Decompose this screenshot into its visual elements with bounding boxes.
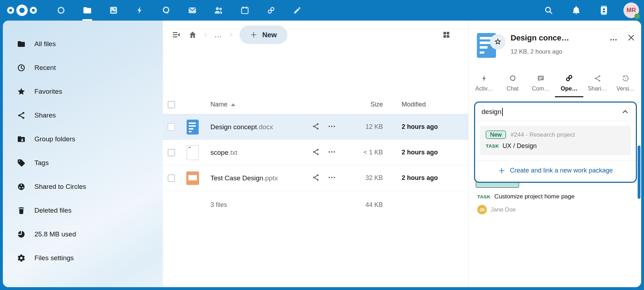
nextcloud-logo-icon[interactable] xyxy=(5,4,39,16)
sidebar-item-label: Recent xyxy=(34,64,56,72)
top-bar: MR xyxy=(0,0,644,21)
openproject-icon xyxy=(565,74,573,82)
files-main: … New Name xyxy=(163,21,468,287)
home-icon[interactable] xyxy=(185,27,200,43)
actions-menu-icon[interactable] xyxy=(327,148,336,156)
favorite-star-icon[interactable] xyxy=(490,34,506,50)
grid-view-icon[interactable] xyxy=(439,27,454,43)
online-status-icon xyxy=(634,13,640,19)
sort-ascending-icon xyxy=(231,103,235,106)
sidebar-item-recent[interactable]: Recent xyxy=(3,57,163,79)
app-calendar-icon[interactable] xyxy=(237,0,253,21)
actions-menu-icon[interactable] xyxy=(327,122,336,131)
linked-work-package[interactable]: TASK Customize project home page xyxy=(477,193,641,200)
tab-openproject[interactable]: Ope… xyxy=(555,74,583,97)
tab-sharing[interactable]: Shari… xyxy=(583,74,612,97)
status-badge: New xyxy=(486,131,506,139)
details-panel: Design conce… 12 KB, 2 hours ago Activ… xyxy=(468,21,641,287)
talk-icon xyxy=(509,74,517,82)
file-size: 32 KB xyxy=(351,174,389,182)
row-checkbox[interactable] xyxy=(168,149,175,156)
create-work-package-link[interactable]: Create and link a new work package xyxy=(475,160,636,182)
app-dashboard-icon[interactable] xyxy=(53,0,69,21)
select-all-checkbox[interactable] xyxy=(168,101,175,108)
sidebar-item-shared-to-circles[interactable]: Shared to Circles xyxy=(3,176,163,198)
panel-tabs: Activ… Chat Com… Ope… Shari… xyxy=(469,74,641,97)
app-photos-icon[interactable] xyxy=(106,0,121,21)
work-package-search-input[interactable]: design xyxy=(475,103,636,121)
breadcrumb-ellipsis[interactable]: … xyxy=(210,27,226,43)
chevron-up-icon[interactable] xyxy=(621,108,629,116)
file-name: Design concept.docx xyxy=(210,123,273,131)
file-size: < 1 KB xyxy=(351,149,389,156)
close-icon[interactable] xyxy=(627,33,635,42)
create-link-label: Create and link a new work package xyxy=(510,167,613,174)
sidebar-item-quota[interactable]: 25.8 MB used xyxy=(3,223,163,245)
search-input-value: design xyxy=(481,108,501,116)
sidebar-item-favorites[interactable]: Favorites xyxy=(3,81,163,103)
app-content: All files Recent Favorites Shares Group … xyxy=(3,21,641,287)
app-activity-icon[interactable] xyxy=(132,0,148,21)
new-button[interactable]: New xyxy=(240,26,287,44)
app-openproject-icon[interactable] xyxy=(263,0,279,21)
file-modified: 2 hours ago xyxy=(389,174,468,182)
share-icon[interactable] xyxy=(312,174,320,181)
file-modified: 2 hours ago xyxy=(389,123,468,131)
app-files-icon[interactable] xyxy=(79,0,95,21)
tab-activity[interactable]: Activ… xyxy=(470,74,499,97)
row-checkbox[interactable] xyxy=(168,175,175,182)
settings-gear-icon xyxy=(17,254,26,262)
table-row-scope[interactable]: scope.txt < 1 KB 2 hours ago xyxy=(163,140,468,165)
txt-file-icon xyxy=(186,145,199,160)
sidebar-item-deleted-files[interactable]: Deleted files xyxy=(3,199,163,221)
table-row-test-case-design[interactable]: Test Case Design.pptx 32 KB 2 hours ago xyxy=(163,165,468,191)
actions-menu-icon[interactable] xyxy=(327,173,336,182)
assignee-name: Jane Doe xyxy=(491,206,516,213)
work-package-suggestion[interactable]: New #244 - Research project TASK UX / De… xyxy=(480,126,631,155)
circles-icon xyxy=(17,182,26,191)
sidebar-item-all-files[interactable]: All files xyxy=(3,33,163,55)
table-row-design-concept[interactable]: Design concept.docx 12 KB 2 hours ago xyxy=(163,114,468,140)
trash-icon xyxy=(17,206,26,215)
collapse-sidebar-icon[interactable] xyxy=(169,27,184,43)
sidebar-item-tags[interactable]: Tags xyxy=(3,152,163,174)
row-checkbox[interactable] xyxy=(168,124,175,131)
nextcloud-app: MR All files Recent Favorites Shares xyxy=(0,0,644,21)
search-icon[interactable] xyxy=(540,0,557,21)
work-package-id: #244 - Research project xyxy=(511,131,575,138)
notifications-bell-icon[interactable] xyxy=(568,0,584,21)
contacts-menu-icon[interactable] xyxy=(596,0,612,21)
panel-title: Design conce… xyxy=(511,33,609,43)
new-button-label: New xyxy=(262,31,277,39)
panel-scrollbar[interactable] xyxy=(638,146,640,199)
sidebar-item-label: Shared to Circles xyxy=(34,183,86,191)
top-right-menu: MR xyxy=(540,0,644,21)
group-folder-icon xyxy=(17,135,26,143)
column-header-name[interactable]: Name xyxy=(210,101,227,108)
app-menu xyxy=(53,0,305,21)
app-mail-icon[interactable] xyxy=(185,0,200,21)
tab-comments[interactable]: Com… xyxy=(527,74,555,97)
comments-icon xyxy=(537,74,545,82)
app-notes-icon[interactable] xyxy=(290,0,305,21)
app-contacts-icon[interactable] xyxy=(211,0,226,21)
user-avatar[interactable]: MR xyxy=(623,2,639,18)
chevron-right-icon xyxy=(227,31,235,38)
tab-versions[interactable]: Versi… xyxy=(611,74,640,97)
tab-chat[interactable]: Chat xyxy=(499,74,527,97)
share-icon[interactable] xyxy=(312,122,320,130)
sidebar-item-label: 25.8 MB used xyxy=(34,230,76,238)
app-talk-icon[interactable] xyxy=(158,0,174,21)
sidebar-item-files-settings[interactable]: Files settings xyxy=(3,247,163,269)
column-header-modified[interactable]: Modified xyxy=(389,101,468,108)
plus-icon xyxy=(250,31,257,38)
panel-actions-icon[interactable] xyxy=(609,35,618,44)
share-icon[interactable] xyxy=(312,148,320,156)
column-header-size[interactable]: Size xyxy=(351,101,389,108)
sidebar-item-group-folders[interactable]: Group folders xyxy=(3,128,163,150)
sidebar-item-shares[interactable]: Shares xyxy=(3,104,163,126)
avatar-initials: MR xyxy=(627,7,636,14)
file-list: Name Size Modified Design concept.docx xyxy=(163,95,468,219)
file-name: scope.txt xyxy=(210,149,237,157)
total-size: 44 KB xyxy=(351,201,389,209)
